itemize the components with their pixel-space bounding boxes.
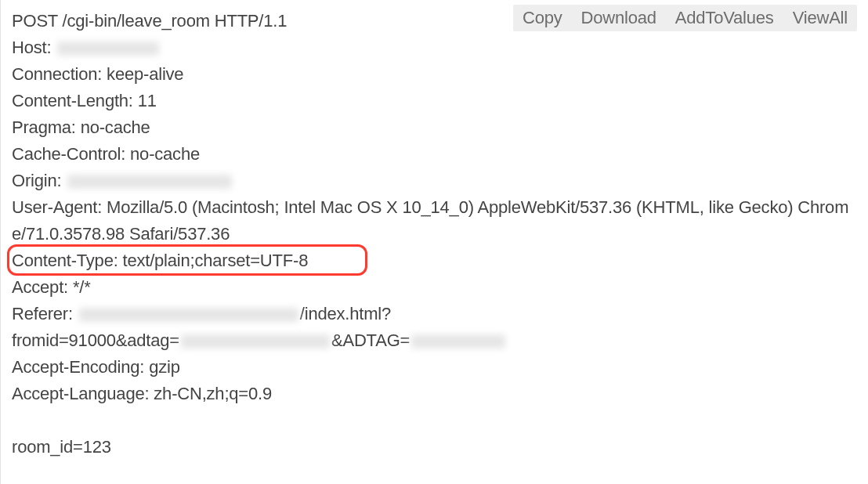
redacted-adtag1	[181, 334, 330, 349]
redacted-referer-host	[79, 308, 298, 322]
request-body: room_id=123	[12, 434, 857, 461]
header-accept: Accept: */*	[12, 274, 857, 301]
header-accept-encoding: Accept-Encoding: gzip	[12, 354, 857, 381]
add-to-values-button[interactable]: AddToValues	[666, 5, 783, 31]
header-cache-control: Cache-Control: no-cache	[12, 141, 857, 168]
header-connection: Connection: keep-alive	[12, 61, 857, 88]
header-host: Host:	[12, 34, 857, 61]
blank-line	[12, 407, 857, 434]
download-button[interactable]: Download	[572, 5, 666, 31]
query-fromid: fromid=91000&adtag=	[12, 330, 179, 350]
query-adtag2: &ADTAG=	[331, 330, 410, 350]
referer-path: /index.html?	[300, 304, 391, 323]
host-key: Host:	[12, 38, 51, 57]
origin-key: Origin:	[12, 171, 61, 190]
redacted-host	[57, 42, 159, 56]
redacted-origin	[67, 175, 232, 189]
header-user-agent: User-Agent: Mozilla/5.0 (Macintosh; Inte…	[12, 194, 857, 247]
header-referer: Referer: /index.html?	[12, 301, 857, 327]
redacted-adtag2	[411, 334, 505, 349]
raw-request-text: POST /cgi-bin/leave_room HTTP/1.1 Host: …	[12, 8, 857, 461]
header-pragma: Pragma: no-cache	[12, 114, 857, 141]
header-content-type: Content-Type: text/plain;charset=UTF-8	[12, 247, 857, 274]
header-content-length: Content-Length: 11	[12, 88, 857, 114]
referer-key: Referer:	[12, 304, 73, 323]
view-all-button[interactable]: ViewAll	[783, 5, 857, 31]
http-request-panel: Copy Download AddToValues ViewAll POST /…	[0, 0, 868, 484]
header-accept-language: Accept-Language: zh-CN,zh;q=0.9	[12, 381, 857, 407]
toolbar: Copy Download AddToValues ViewAll	[513, 5, 857, 31]
header-origin: Origin:	[12, 168, 857, 194]
header-referer-query: fromid=91000&adtag=&ADTAG=	[12, 327, 857, 354]
copy-button[interactable]: Copy	[513, 5, 572, 31]
